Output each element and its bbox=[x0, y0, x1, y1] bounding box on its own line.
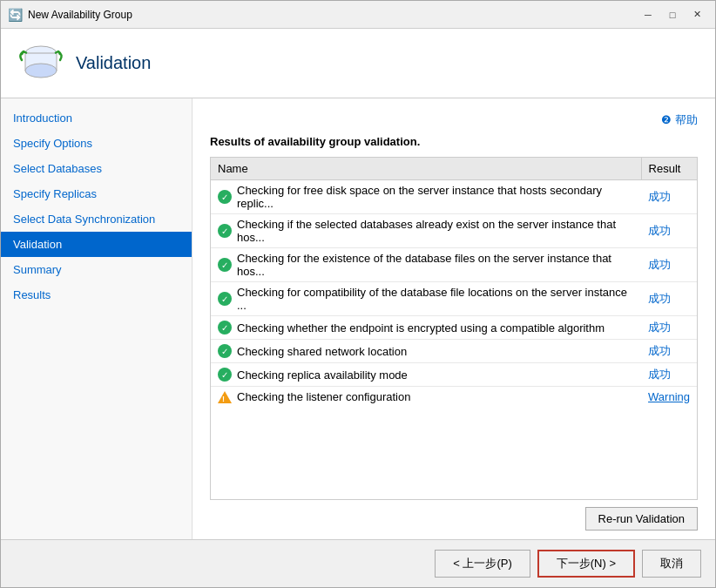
success-link[interactable]: 成功 bbox=[648, 292, 671, 305]
success-link[interactable]: 成功 bbox=[648, 321, 671, 334]
validation-table: Name Result Checking for free disk space… bbox=[210, 157, 698, 500]
check-icon bbox=[218, 321, 232, 335]
close-button[interactable]: ✕ bbox=[686, 6, 708, 24]
row-name-text: Checking shared network location bbox=[237, 345, 407, 358]
check-icon bbox=[218, 344, 232, 358]
footer: < 上一步(P) 下一步(N) > 取消 bbox=[1, 539, 715, 587]
sidebar-item-validation[interactable]: Validation bbox=[1, 232, 192, 257]
minimize-button[interactable]: ─ bbox=[637, 6, 659, 24]
rerun-area: Re-run Validation bbox=[210, 507, 698, 531]
next-button[interactable]: 下一步(N) > bbox=[537, 550, 635, 578]
help-link[interactable]: ❷ 帮助 bbox=[210, 112, 698, 128]
sidebar-item-select-data-sync[interactable]: Select Data Synchronization bbox=[1, 206, 192, 232]
row-name-5: Checking shared network location bbox=[211, 340, 641, 363]
row-result-0: 成功 bbox=[641, 180, 697, 214]
row-name-7: Checking the listener configuration bbox=[211, 387, 641, 408]
warning-link[interactable]: Warning bbox=[648, 390, 690, 403]
table-row: Checking whether the endpoint is encrypt… bbox=[211, 316, 697, 340]
success-link[interactable]: 成功 bbox=[648, 368, 671, 381]
row-name-6: Checking replica availability mode bbox=[211, 363, 641, 387]
row-name-text: Checking for the existence of the databa… bbox=[237, 252, 634, 278]
maximize-button[interactable]: □ bbox=[661, 6, 684, 24]
window-title: New Availability Group bbox=[28, 9, 632, 21]
table-row: Checking for free disk space on the serv… bbox=[211, 180, 697, 214]
row-name-text: Checking the listener configuration bbox=[237, 390, 410, 403]
sidebar: IntroductionSpecify OptionsSelect Databa… bbox=[1, 98, 193, 539]
row-result-2: 成功 bbox=[641, 248, 697, 282]
main-window: 🔄 New Availability Group ─ □ ✕ Validatio… bbox=[0, 0, 716, 588]
row-name-1: Checking if the selected databases alrea… bbox=[211, 214, 641, 248]
content-area: IntroductionSpecify OptionsSelect Databa… bbox=[1, 98, 715, 539]
row-result-1: 成功 bbox=[641, 214, 697, 248]
success-link[interactable]: 成功 bbox=[648, 224, 671, 237]
row-result-3: 成功 bbox=[641, 282, 697, 316]
check-icon bbox=[218, 224, 232, 238]
check-icon bbox=[218, 292, 232, 306]
row-result-5: 成功 bbox=[641, 340, 697, 363]
row-name-text: Checking if the selected databases alrea… bbox=[237, 218, 634, 244]
page-title: Validation bbox=[76, 53, 151, 73]
row-name-2: Checking for the existence of the databa… bbox=[211, 248, 641, 282]
title-bar: 🔄 New Availability Group ─ □ ✕ bbox=[1, 1, 715, 29]
section-title: Results of availability group validation… bbox=[210, 135, 698, 148]
dialog-header: Validation bbox=[1, 29, 715, 98]
row-result-6: 成功 bbox=[641, 363, 697, 387]
rerun-validation-button[interactable]: Re-run Validation bbox=[585, 507, 698, 531]
table-row: Checking shared network location成功 bbox=[211, 340, 697, 363]
sidebar-item-specify-options[interactable]: Specify Options bbox=[1, 131, 192, 156]
success-link[interactable]: 成功 bbox=[648, 258, 671, 271]
sidebar-item-introduction[interactable]: Introduction bbox=[1, 105, 192, 131]
table-row: Checking if the selected databases alrea… bbox=[211, 214, 697, 248]
row-result-7[interactable]: Warning bbox=[641, 387, 697, 408]
check-icon bbox=[218, 258, 232, 272]
row-name-text: Checking replica availability mode bbox=[237, 368, 408, 382]
row-name-3: Checking for compatibility of the databa… bbox=[211, 282, 641, 316]
row-name-text: Checking whether the endpoint is encrypt… bbox=[237, 321, 605, 335]
sidebar-item-summary[interactable]: Summary bbox=[1, 257, 192, 282]
row-result-4: 成功 bbox=[641, 316, 697, 340]
cancel-button[interactable]: 取消 bbox=[642, 550, 701, 578]
table-row: Checking replica availability mode成功 bbox=[211, 363, 697, 387]
main-panel: ❷ 帮助 Results of availability group valid… bbox=[193, 98, 715, 539]
table-row: Checking the listener configurationWarni… bbox=[211, 387, 697, 408]
row-name-0: Checking for free disk space on the serv… bbox=[211, 180, 641, 214]
row-name-text: Checking for compatibility of the databa… bbox=[237, 286, 634, 312]
check-icon bbox=[218, 190, 232, 204]
table-row: Checking for the existence of the databa… bbox=[211, 248, 697, 282]
sidebar-item-select-databases[interactable]: Select Databases bbox=[1, 156, 192, 181]
sidebar-item-specify-replicas[interactable]: Specify Replicas bbox=[1, 181, 192, 206]
header-icon bbox=[18, 41, 64, 86]
success-link[interactable]: 成功 bbox=[648, 344, 671, 357]
success-link[interactable]: 成功 bbox=[648, 190, 671, 203]
window-icon: 🔄 bbox=[8, 8, 23, 22]
warning-icon bbox=[218, 391, 232, 403]
window-controls: ─ □ ✕ bbox=[637, 6, 708, 24]
back-button[interactable]: < 上一步(P) bbox=[435, 550, 530, 578]
table-row: Checking for compatibility of the databa… bbox=[211, 282, 697, 316]
row-name-text: Checking for free disk space on the serv… bbox=[237, 184, 634, 210]
sidebar-item-results[interactable]: Results bbox=[1, 282, 192, 308]
col-header-name: Name bbox=[211, 158, 641, 180]
check-icon bbox=[218, 368, 232, 382]
row-name-4: Checking whether the endpoint is encrypt… bbox=[211, 316, 641, 340]
col-header-result: Result bbox=[641, 158, 697, 180]
svg-point-2 bbox=[25, 64, 57, 78]
